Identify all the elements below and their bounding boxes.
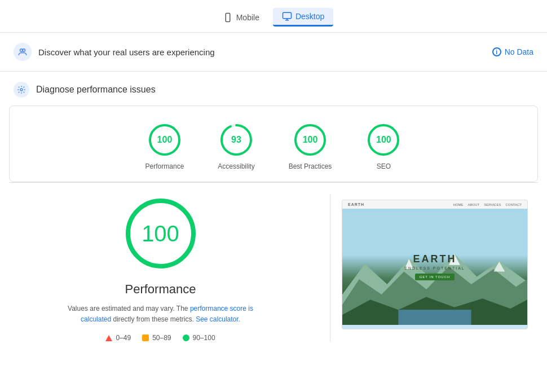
score-label: Performance xyxy=(145,162,184,170)
nav-item: CONTACT xyxy=(505,203,522,206)
score-number: 93 xyxy=(231,135,241,145)
site-header: EARTH HOMEABOUTSERVICESCONTACT xyxy=(342,200,527,209)
vertical-divider xyxy=(330,194,330,342)
scores-panel: 100 Performance 93 Accessibility 100 Bes… xyxy=(9,105,538,182)
tab-desktop-label: Desktop xyxy=(295,12,324,21)
site-body: EARTH ENDLESS POTENTIAL GET IN TOUCH xyxy=(342,209,527,325)
diagnose-section: Diagnose performance issues xyxy=(0,72,547,105)
diagnose-icon xyxy=(14,82,29,98)
legend-row: 0–49 50–89 90–100 xyxy=(105,334,215,342)
score-item-seo: 100 SEO xyxy=(365,122,402,170)
score-item-accessibility: 93 Accessibility xyxy=(218,122,254,170)
tab-mobile[interactable]: Mobile xyxy=(214,9,268,26)
discover-icon xyxy=(14,43,32,61)
hero-subtitle: ENDLESS POTENTIAL xyxy=(404,266,465,270)
score-label: Accessibility xyxy=(218,162,254,170)
nav-item: HOME xyxy=(453,203,464,206)
calculator-link[interactable]: See calculator. xyxy=(196,315,240,323)
average-icon xyxy=(142,334,149,341)
performance-description: Values are estimated and may vary. The p… xyxy=(54,303,268,325)
desc-mid: directly from these metrics. xyxy=(113,315,193,323)
discover-title: Discover what your real users are experi… xyxy=(38,47,215,57)
nav-item: SERVICES xyxy=(484,203,501,206)
fail-range: 0–49 xyxy=(116,334,131,342)
svg-point-6 xyxy=(23,49,25,52)
fail-icon xyxy=(105,335,112,341)
users-icon xyxy=(17,47,28,57)
site-text-overlay: EARTH ENDLESS POTENTIAL GET IN TOUCH xyxy=(404,253,465,280)
tab-mobile-label: Mobile xyxy=(236,13,259,22)
score-circle: 100 xyxy=(147,122,183,158)
info-icon: i xyxy=(492,47,501,56)
site-logo: EARTH xyxy=(348,202,364,206)
screenshot-box: EARTH HOMEABOUTSERVICESCONTACT xyxy=(342,200,528,329)
desktop-icon xyxy=(282,11,292,21)
no-data-area: i No Data xyxy=(492,47,533,56)
performance-title: Performance xyxy=(125,282,196,297)
main-content: 100 Performance Values are estimated and… xyxy=(0,183,547,353)
score-number: 100 xyxy=(157,135,173,145)
gear-icon xyxy=(17,85,26,94)
legend-fail: 0–49 xyxy=(105,334,131,342)
average-range: 50–89 xyxy=(152,334,171,342)
tabs-bar: Mobile Desktop xyxy=(0,0,547,33)
site-nav: HOMEABOUTSERVICESCONTACT xyxy=(453,203,522,206)
tab-desktop[interactable]: Desktop xyxy=(273,8,333,27)
discover-section: Discover what your real users are experi… xyxy=(0,33,547,72)
no-data-label: No Data xyxy=(505,47,533,56)
score-circle: 100 xyxy=(365,122,402,158)
score-label: Best Practices xyxy=(289,162,332,170)
nav-item: ABOUT xyxy=(468,203,480,206)
diagnose-title: Diagnose performance issues xyxy=(36,85,156,95)
hero-title: EARTH xyxy=(404,253,465,265)
good-range: 90–100 xyxy=(193,334,215,342)
score-label: SEO xyxy=(377,162,391,170)
desc-text: Values are estimated and may vary. The xyxy=(68,305,188,312)
big-score-number: 100 xyxy=(142,221,179,246)
good-icon xyxy=(183,334,189,341)
svg-point-7 xyxy=(20,89,23,91)
right-panel: EARTH HOMEABOUTSERVICESCONTACT xyxy=(342,194,533,342)
left-panel: 100 Performance Values are estimated and… xyxy=(14,194,319,342)
cta-button[interactable]: GET IN TOUCH xyxy=(415,274,455,280)
svg-rect-2 xyxy=(283,12,291,19)
big-score-circle: 100 xyxy=(121,194,200,273)
score-item-performance: 100 Performance xyxy=(145,122,184,170)
mobile-icon xyxy=(223,12,233,23)
score-number: 100 xyxy=(376,135,391,145)
legend-average: 50–89 xyxy=(142,334,171,342)
score-number: 100 xyxy=(303,135,318,145)
discover-left: Discover what your real users are experi… xyxy=(14,43,215,61)
score-item-best-practices: 100 Best Practices xyxy=(289,122,332,170)
score-circle: 100 xyxy=(292,122,328,158)
score-circle: 93 xyxy=(218,122,254,158)
legend-good: 90–100 xyxy=(183,334,215,342)
svg-rect-21 xyxy=(398,310,471,325)
